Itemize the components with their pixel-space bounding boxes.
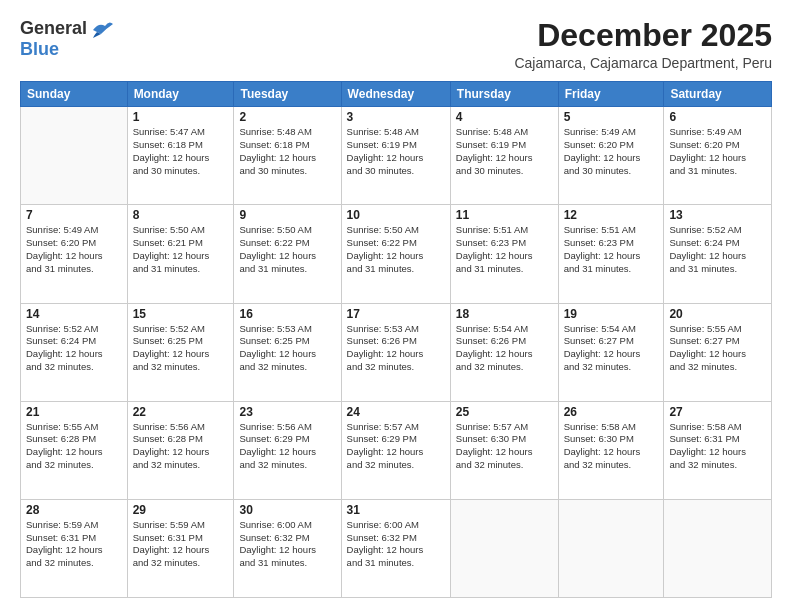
calendar-week-row: 7Sunrise: 5:49 AM Sunset: 6:20 PM Daylig… bbox=[21, 205, 772, 303]
cell-content: 20Sunrise: 5:55 AM Sunset: 6:27 PM Dayli… bbox=[669, 307, 766, 374]
cell-content: 30Sunrise: 6:00 AM Sunset: 6:32 PM Dayli… bbox=[239, 503, 335, 570]
day-number: 27 bbox=[669, 405, 766, 419]
cell-content: 10Sunrise: 5:50 AM Sunset: 6:22 PM Dayli… bbox=[347, 208, 445, 275]
cell-info: Sunrise: 5:47 AM Sunset: 6:18 PM Dayligh… bbox=[133, 126, 229, 177]
day-number: 4 bbox=[456, 110, 553, 124]
cell-info: Sunrise: 5:51 AM Sunset: 6:23 PM Dayligh… bbox=[564, 224, 659, 275]
cell-info: Sunrise: 5:55 AM Sunset: 6:28 PM Dayligh… bbox=[26, 421, 122, 472]
logo: General Blue bbox=[20, 18, 113, 60]
logo-blue-text: Blue bbox=[20, 39, 59, 60]
day-number: 11 bbox=[456, 208, 553, 222]
cell-info: Sunrise: 5:57 AM Sunset: 6:30 PM Dayligh… bbox=[456, 421, 553, 472]
day-number: 5 bbox=[564, 110, 659, 124]
cell-content: 25Sunrise: 5:57 AM Sunset: 6:30 PM Dayli… bbox=[456, 405, 553, 472]
table-row: 27Sunrise: 5:58 AM Sunset: 6:31 PM Dayli… bbox=[664, 401, 772, 499]
table-row: 29Sunrise: 5:59 AM Sunset: 6:31 PM Dayli… bbox=[127, 499, 234, 597]
table-row: 13Sunrise: 5:52 AM Sunset: 6:24 PM Dayli… bbox=[664, 205, 772, 303]
day-number: 15 bbox=[133, 307, 229, 321]
table-row: 11Sunrise: 5:51 AM Sunset: 6:23 PM Dayli… bbox=[450, 205, 558, 303]
day-number: 14 bbox=[26, 307, 122, 321]
cell-info: Sunrise: 5:48 AM Sunset: 6:19 PM Dayligh… bbox=[456, 126, 553, 177]
table-row: 6Sunrise: 5:49 AM Sunset: 6:20 PM Daylig… bbox=[664, 107, 772, 205]
header-friday: Friday bbox=[558, 82, 664, 107]
table-row: 5Sunrise: 5:49 AM Sunset: 6:20 PM Daylig… bbox=[558, 107, 664, 205]
day-number: 18 bbox=[456, 307, 553, 321]
day-number: 9 bbox=[239, 208, 335, 222]
cell-content: 31Sunrise: 6:00 AM Sunset: 6:32 PM Dayli… bbox=[347, 503, 445, 570]
table-row bbox=[450, 499, 558, 597]
table-row: 20Sunrise: 5:55 AM Sunset: 6:27 PM Dayli… bbox=[664, 303, 772, 401]
logo-general-text: General bbox=[20, 18, 87, 39]
header-thursday: Thursday bbox=[450, 82, 558, 107]
cell-content: 29Sunrise: 5:59 AM Sunset: 6:31 PM Dayli… bbox=[133, 503, 229, 570]
table-row: 2Sunrise: 5:48 AM Sunset: 6:18 PM Daylig… bbox=[234, 107, 341, 205]
cell-content: 5Sunrise: 5:49 AM Sunset: 6:20 PM Daylig… bbox=[564, 110, 659, 177]
cell-info: Sunrise: 5:50 AM Sunset: 6:21 PM Dayligh… bbox=[133, 224, 229, 275]
page: General Blue December 2025 Cajamarca, Ca… bbox=[0, 0, 792, 612]
cell-info: Sunrise: 5:55 AM Sunset: 6:27 PM Dayligh… bbox=[669, 323, 766, 374]
cell-info: Sunrise: 5:56 AM Sunset: 6:29 PM Dayligh… bbox=[239, 421, 335, 472]
table-row bbox=[664, 499, 772, 597]
cell-info: Sunrise: 5:54 AM Sunset: 6:26 PM Dayligh… bbox=[456, 323, 553, 374]
cell-info: Sunrise: 5:59 AM Sunset: 6:31 PM Dayligh… bbox=[26, 519, 122, 570]
table-row: 26Sunrise: 5:58 AM Sunset: 6:30 PM Dayli… bbox=[558, 401, 664, 499]
table-row: 21Sunrise: 5:55 AM Sunset: 6:28 PM Dayli… bbox=[21, 401, 128, 499]
day-number: 12 bbox=[564, 208, 659, 222]
cell-info: Sunrise: 5:51 AM Sunset: 6:23 PM Dayligh… bbox=[456, 224, 553, 275]
day-number: 24 bbox=[347, 405, 445, 419]
cell-info: Sunrise: 5:49 AM Sunset: 6:20 PM Dayligh… bbox=[669, 126, 766, 177]
cell-info: Sunrise: 6:00 AM Sunset: 6:32 PM Dayligh… bbox=[239, 519, 335, 570]
day-number: 19 bbox=[564, 307, 659, 321]
cell-info: Sunrise: 5:50 AM Sunset: 6:22 PM Dayligh… bbox=[347, 224, 445, 275]
table-row: 24Sunrise: 5:57 AM Sunset: 6:29 PM Dayli… bbox=[341, 401, 450, 499]
calendar-week-row: 1Sunrise: 5:47 AM Sunset: 6:18 PM Daylig… bbox=[21, 107, 772, 205]
cell-content: 3Sunrise: 5:48 AM Sunset: 6:19 PM Daylig… bbox=[347, 110, 445, 177]
cell-info: Sunrise: 5:52 AM Sunset: 6:24 PM Dayligh… bbox=[669, 224, 766, 275]
table-row: 23Sunrise: 5:56 AM Sunset: 6:29 PM Dayli… bbox=[234, 401, 341, 499]
cell-info: Sunrise: 5:48 AM Sunset: 6:19 PM Dayligh… bbox=[347, 126, 445, 177]
day-number: 23 bbox=[239, 405, 335, 419]
cell-content: 7Sunrise: 5:49 AM Sunset: 6:20 PM Daylig… bbox=[26, 208, 122, 275]
table-row bbox=[558, 499, 664, 597]
cell-content: 24Sunrise: 5:57 AM Sunset: 6:29 PM Dayli… bbox=[347, 405, 445, 472]
header-saturday: Saturday bbox=[664, 82, 772, 107]
table-row: 31Sunrise: 6:00 AM Sunset: 6:32 PM Dayli… bbox=[341, 499, 450, 597]
header-sunday: Sunday bbox=[21, 82, 128, 107]
cell-info: Sunrise: 5:52 AM Sunset: 6:24 PM Dayligh… bbox=[26, 323, 122, 374]
day-number: 29 bbox=[133, 503, 229, 517]
table-row: 8Sunrise: 5:50 AM Sunset: 6:21 PM Daylig… bbox=[127, 205, 234, 303]
day-number: 31 bbox=[347, 503, 445, 517]
table-row: 15Sunrise: 5:52 AM Sunset: 6:25 PM Dayli… bbox=[127, 303, 234, 401]
cell-content: 22Sunrise: 5:56 AM Sunset: 6:28 PM Dayli… bbox=[133, 405, 229, 472]
table-row: 12Sunrise: 5:51 AM Sunset: 6:23 PM Dayli… bbox=[558, 205, 664, 303]
cell-content: 14Sunrise: 5:52 AM Sunset: 6:24 PM Dayli… bbox=[26, 307, 122, 374]
cell-content: 16Sunrise: 5:53 AM Sunset: 6:25 PM Dayli… bbox=[239, 307, 335, 374]
cell-info: Sunrise: 5:58 AM Sunset: 6:30 PM Dayligh… bbox=[564, 421, 659, 472]
cell-content: 19Sunrise: 5:54 AM Sunset: 6:27 PM Dayli… bbox=[564, 307, 659, 374]
cell-content: 15Sunrise: 5:52 AM Sunset: 6:25 PM Dayli… bbox=[133, 307, 229, 374]
table-row: 19Sunrise: 5:54 AM Sunset: 6:27 PM Dayli… bbox=[558, 303, 664, 401]
cell-content: 12Sunrise: 5:51 AM Sunset: 6:23 PM Dayli… bbox=[564, 208, 659, 275]
cell-content: 1Sunrise: 5:47 AM Sunset: 6:18 PM Daylig… bbox=[133, 110, 229, 177]
day-number: 17 bbox=[347, 307, 445, 321]
cell-content: 21Sunrise: 5:55 AM Sunset: 6:28 PM Dayli… bbox=[26, 405, 122, 472]
cell-info: Sunrise: 5:57 AM Sunset: 6:29 PM Dayligh… bbox=[347, 421, 445, 472]
location-subtitle: Cajamarca, Cajamarca Department, Peru bbox=[514, 55, 772, 71]
table-row: 17Sunrise: 5:53 AM Sunset: 6:26 PM Dayli… bbox=[341, 303, 450, 401]
cell-info: Sunrise: 5:49 AM Sunset: 6:20 PM Dayligh… bbox=[564, 126, 659, 177]
day-number: 30 bbox=[239, 503, 335, 517]
calendar-week-row: 28Sunrise: 5:59 AM Sunset: 6:31 PM Dayli… bbox=[21, 499, 772, 597]
cell-content: 26Sunrise: 5:58 AM Sunset: 6:30 PM Dayli… bbox=[564, 405, 659, 472]
cell-content: 27Sunrise: 5:58 AM Sunset: 6:31 PM Dayli… bbox=[669, 405, 766, 472]
day-number: 13 bbox=[669, 208, 766, 222]
cell-content: 4Sunrise: 5:48 AM Sunset: 6:19 PM Daylig… bbox=[456, 110, 553, 177]
calendar-header-row: Sunday Monday Tuesday Wednesday Thursday… bbox=[21, 82, 772, 107]
cell-info: Sunrise: 6:00 AM Sunset: 6:32 PM Dayligh… bbox=[347, 519, 445, 570]
cell-info: Sunrise: 5:52 AM Sunset: 6:25 PM Dayligh… bbox=[133, 323, 229, 374]
logo-bird-icon bbox=[91, 20, 113, 38]
table-row: 3Sunrise: 5:48 AM Sunset: 6:19 PM Daylig… bbox=[341, 107, 450, 205]
cell-info: Sunrise: 5:49 AM Sunset: 6:20 PM Dayligh… bbox=[26, 224, 122, 275]
day-number: 1 bbox=[133, 110, 229, 124]
cell-info: Sunrise: 5:54 AM Sunset: 6:27 PM Dayligh… bbox=[564, 323, 659, 374]
table-row: 14Sunrise: 5:52 AM Sunset: 6:24 PM Dayli… bbox=[21, 303, 128, 401]
